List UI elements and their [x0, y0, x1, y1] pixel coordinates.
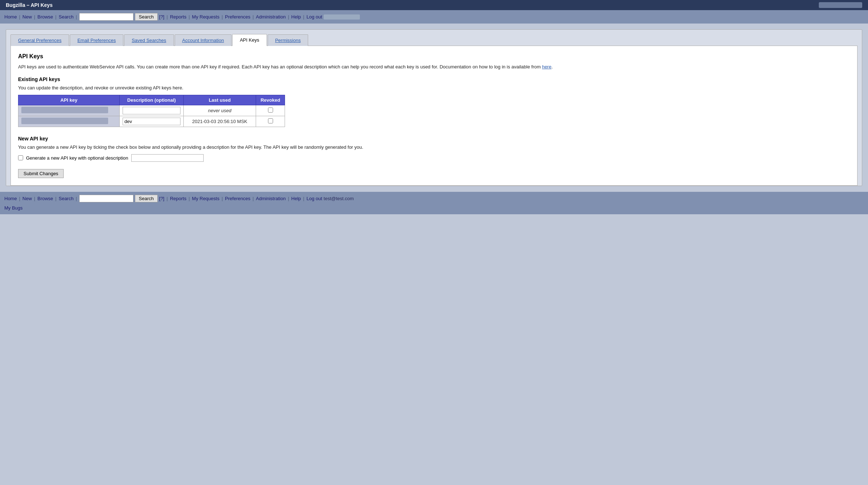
new-api-key-section: New API key You can generate a new API k…: [18, 136, 850, 162]
footer-nav-logout[interactable]: Log out: [306, 196, 322, 201]
main-content: General Preferences Email Preferences Sa…: [0, 24, 868, 192]
nav-sep-7: |: [222, 14, 223, 20]
nav-sep-8: |: [252, 14, 254, 20]
nav-sep-2: |: [34, 14, 35, 20]
nav-sep-9: |: [288, 14, 289, 20]
col-revoked: Revoked: [256, 95, 285, 105]
search-input[interactable]: [79, 13, 133, 21]
nav-reports[interactable]: Reports: [170, 14, 187, 20]
api-key-cell-1: [18, 105, 120, 116]
col-description: Description (optional): [120, 95, 184, 105]
nav-new[interactable]: New: [22, 14, 32, 20]
my-bugs-link[interactable]: My Bugs: [4, 205, 23, 211]
footer-search-input[interactable]: [79, 195, 133, 202]
new-api-description-input[interactable]: [131, 154, 204, 162]
footer-nav-new[interactable]: New: [22, 196, 32, 201]
last-used-cell-1: never used: [184, 105, 256, 116]
footer-nav-preferences[interactable]: Preferences: [225, 196, 250, 201]
title-bar-decoration: [819, 2, 862, 8]
description-cell-1: [120, 105, 184, 116]
generate-api-key-checkbox[interactable]: [18, 155, 23, 160]
last-used-cell-2: 2021-03-03 20:56:10 MSK: [184, 116, 256, 127]
footer-nav-my-requests[interactable]: My Requests: [192, 196, 220, 201]
tab-general-preferences[interactable]: General Preferences: [10, 34, 69, 46]
footer-sep-4: |: [76, 196, 77, 201]
footer-sep-6: |: [188, 196, 190, 201]
table-row: never used: [18, 105, 285, 116]
nav-help-link[interactable]: [?]: [159, 14, 164, 20]
nav-user-blurred: [324, 14, 360, 20]
api-keys-table: API key Description (optional) Last used…: [18, 95, 285, 127]
submit-changes-button[interactable]: Submit Changes: [18, 169, 64, 178]
description-input-1[interactable]: [123, 107, 180, 114]
revoked-cell-1: [256, 105, 285, 116]
footer-nav-administration[interactable]: Administration: [256, 196, 286, 201]
nav-sep-1: |: [19, 14, 20, 20]
tab-permissions[interactable]: Permissions: [268, 34, 309, 46]
revoked-checkbox-1[interactable]: [268, 107, 273, 113]
footer-nav-search[interactable]: Search: [59, 196, 73, 201]
footer-sep-3: |: [55, 196, 56, 201]
col-api-key: API key: [18, 95, 120, 105]
nav-home[interactable]: Home: [4, 14, 17, 20]
api-keys-content: API Keys API keys are used to authentica…: [10, 46, 858, 186]
tab-account-information[interactable]: Account Information: [175, 34, 232, 46]
api-key-value-1: [21, 107, 108, 113]
nav-logout[interactable]: Log out: [306, 14, 322, 20]
app-title: Bugzilla – API Keys: [6, 2, 52, 8]
footer-sep-7: |: [222, 196, 223, 201]
revoked-checkbox-2[interactable]: [268, 118, 273, 123]
nav-sep-4: |: [76, 14, 77, 20]
footer-sep-5: |: [167, 196, 168, 201]
tab-api-keys[interactable]: API Keys: [232, 34, 267, 46]
api-key-value-2: [21, 118, 108, 124]
existing-api-keys-desc: You can update the description, and revo…: [18, 85, 850, 90]
footer-sep-9: |: [288, 196, 289, 201]
api-key-cell-2: [18, 116, 120, 127]
top-nav: Home | New | Browse | Search | Search [?…: [0, 10, 868, 24]
title-bar: Bugzilla – API Keys: [0, 0, 868, 10]
footer-nav-help[interactable]: Help: [291, 196, 301, 201]
here-link[interactable]: here: [542, 64, 552, 69]
nav-search[interactable]: Search: [59, 14, 73, 20]
footer-nav: Home | New | Browse | Search | Search [?…: [0, 192, 868, 214]
nav-my-requests[interactable]: My Requests: [192, 14, 220, 20]
revoked-cell-2: [256, 116, 285, 127]
description-cell-2: [120, 116, 184, 127]
nav-sep-5: |: [167, 14, 168, 20]
footer-user: test@test.com: [324, 196, 354, 201]
footer-nav-reports[interactable]: Reports: [170, 196, 187, 201]
generate-api-key-label: Generate a new API key with optional des…: [26, 155, 128, 161]
footer-nav-row: Home | New | Browse | Search | Search [?…: [4, 195, 864, 202]
footer-sep-1: |: [19, 196, 20, 201]
nav-administration[interactable]: Administration: [256, 14, 286, 20]
nav-sep-6: |: [188, 14, 190, 20]
nav-preferences[interactable]: Preferences: [225, 14, 250, 20]
nav-sep-3: |: [55, 14, 56, 20]
footer-sep-8: |: [252, 196, 254, 201]
api-keys-title: API Keys: [18, 53, 850, 60]
new-api-key-desc: You can generate a new API key by tickin…: [18, 144, 850, 150]
footer-help-link[interactable]: [?]: [159, 196, 164, 201]
my-bugs-row: My Bugs: [4, 204, 864, 211]
footer-sep-2: |: [34, 196, 35, 201]
description-input-2[interactable]: [123, 118, 180, 125]
footer-search-button[interactable]: Search: [135, 195, 158, 202]
tabs-container: General Preferences Email Preferences Sa…: [6, 29, 862, 186]
footer-nav-browse[interactable]: Browse: [37, 196, 53, 201]
new-api-row: Generate a new API key with optional des…: [18, 154, 850, 162]
api-keys-desc: API keys are used to authenticate WebSer…: [18, 63, 850, 71]
nav-sep-10: |: [303, 14, 304, 20]
new-api-key-title: New API key: [18, 136, 850, 142]
col-last-used: Last used: [184, 95, 256, 105]
search-button[interactable]: Search: [135, 13, 158, 21]
table-row: 2021-03-03 20:56:10 MSK: [18, 116, 285, 127]
existing-api-keys-title: Existing API keys: [18, 76, 850, 82]
tab-email-preferences[interactable]: Email Preferences: [70, 34, 123, 46]
footer-sep-10: |: [303, 196, 304, 201]
footer-nav-home[interactable]: Home: [4, 196, 17, 201]
nav-browse[interactable]: Browse: [37, 14, 53, 20]
nav-help[interactable]: Help: [291, 14, 301, 20]
tab-saved-searches[interactable]: Saved Searches: [124, 34, 174, 46]
tab-row: General Preferences Email Preferences Sa…: [10, 34, 858, 46]
